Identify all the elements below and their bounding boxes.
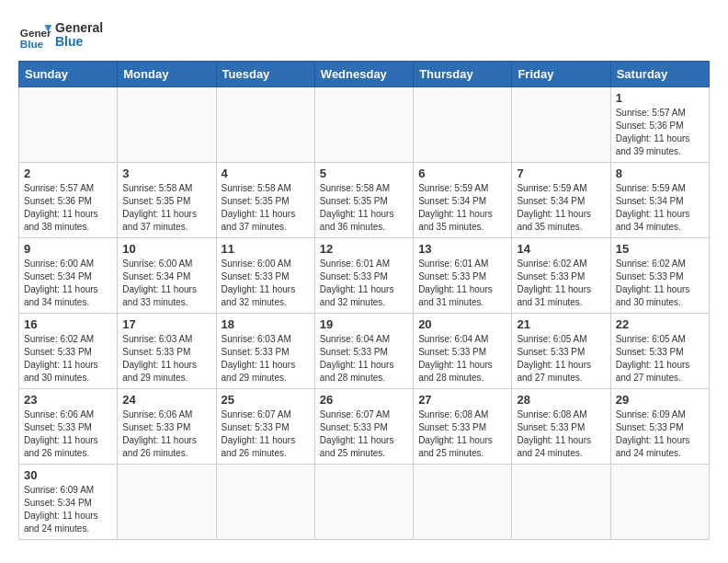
day-number: 20: [418, 317, 506, 331]
calendar-cell: [19, 87, 118, 163]
day-number: 16: [24, 317, 112, 331]
day-number: 21: [517, 317, 605, 331]
calendar-cell: 25Sunrise: 6:07 AM Sunset: 5:33 PM Dayli…: [216, 389, 314, 465]
day-info: Sunrise: 6:00 AM Sunset: 5:34 PM Dayligh…: [122, 258, 210, 309]
calendar-cell: 22Sunrise: 6:05 AM Sunset: 5:33 PM Dayli…: [610, 314, 709, 389]
day-number: 11: [222, 242, 310, 256]
day-number: 24: [122, 393, 210, 407]
day-number: 8: [616, 167, 704, 180]
day-number: 18: [222, 317, 310, 331]
calendar-cell: 19Sunrise: 6:04 AM Sunset: 5:33 PM Dayli…: [314, 314, 413, 389]
calendar-cell: 9Sunrise: 6:00 AM Sunset: 5:34 PM Daylig…: [19, 238, 118, 314]
weekday-header-monday: Monday: [118, 62, 216, 87]
calendar-cell: 7Sunrise: 5:59 AM Sunset: 5:34 PM Daylig…: [512, 163, 610, 238]
day-number: 6: [418, 167, 506, 180]
weekday-header-thursday: Thursday: [414, 62, 512, 87]
day-info: Sunrise: 6:08 AM Sunset: 5:33 PM Dayligh…: [418, 408, 506, 460]
calendar-cell: 28Sunrise: 6:08 AM Sunset: 5:33 PM Dayli…: [512, 389, 610, 465]
day-info: Sunrise: 6:06 AM Sunset: 5:33 PM Dayligh…: [24, 408, 112, 460]
calendar-cell: [314, 87, 413, 163]
calendar-cell: [216, 465, 314, 540]
calendar-cell: 26Sunrise: 6:07 AM Sunset: 5:33 PM Dayli…: [314, 389, 413, 465]
calendar-cell: [512, 87, 610, 163]
day-info: Sunrise: 6:00 AM Sunset: 5:33 PM Dayligh…: [222, 258, 310, 309]
calendar-cell: [512, 465, 610, 540]
day-info: Sunrise: 6:09 AM Sunset: 5:33 PM Dayligh…: [616, 408, 704, 460]
svg-text:Blue: Blue: [20, 38, 44, 50]
logo-general-text: General: [55, 21, 103, 35]
calendar-cell: 24Sunrise: 6:06 AM Sunset: 5:33 PM Dayli…: [118, 389, 216, 465]
calendar-cell: [216, 87, 314, 163]
day-info: Sunrise: 6:09 AM Sunset: 5:34 PM Dayligh…: [24, 484, 112, 535]
calendar-cell: 29Sunrise: 6:09 AM Sunset: 5:33 PM Dayli…: [610, 389, 709, 465]
calendar-week-row: 16Sunrise: 6:02 AM Sunset: 5:33 PM Dayli…: [19, 314, 710, 389]
calendar-cell: 20Sunrise: 6:04 AM Sunset: 5:33 PM Dayli…: [414, 314, 512, 389]
day-info: Sunrise: 5:57 AM Sunset: 5:36 PM Dayligh…: [24, 182, 112, 234]
calendar-cell: 13Sunrise: 6:01 AM Sunset: 5:33 PM Dayli…: [414, 238, 512, 314]
day-number: 19: [320, 317, 408, 331]
calendar-cell: [118, 465, 216, 540]
calendar-cell: 16Sunrise: 6:02 AM Sunset: 5:33 PM Dayli…: [19, 314, 118, 389]
day-info: Sunrise: 6:02 AM Sunset: 5:33 PM Dayligh…: [517, 258, 605, 309]
day-info: Sunrise: 6:03 AM Sunset: 5:33 PM Dayligh…: [122, 333, 210, 385]
day-info: Sunrise: 6:07 AM Sunset: 5:33 PM Dayligh…: [320, 408, 408, 460]
calendar-cell: [314, 465, 413, 540]
day-info: Sunrise: 6:04 AM Sunset: 5:33 PM Dayligh…: [418, 333, 506, 385]
calendar-cell: 23Sunrise: 6:06 AM Sunset: 5:33 PM Dayli…: [19, 389, 118, 465]
calendar-cell: 18Sunrise: 6:03 AM Sunset: 5:33 PM Dayli…: [216, 314, 314, 389]
header: General Blue General Blue: [18, 18, 710, 52]
day-info: Sunrise: 6:05 AM Sunset: 5:33 PM Dayligh…: [517, 333, 605, 385]
day-info: Sunrise: 6:06 AM Sunset: 5:33 PM Dayligh…: [122, 408, 210, 460]
day-number: 15: [616, 242, 704, 256]
day-info: Sunrise: 5:58 AM Sunset: 5:35 PM Dayligh…: [222, 182, 310, 234]
calendar-cell: 30Sunrise: 6:09 AM Sunset: 5:34 PM Dayli…: [19, 465, 118, 540]
day-info: Sunrise: 6:08 AM Sunset: 5:33 PM Dayligh…: [517, 408, 605, 460]
calendar-cell: 21Sunrise: 6:05 AM Sunset: 5:33 PM Dayli…: [512, 314, 610, 389]
day-number: 29: [616, 393, 704, 407]
day-number: 2: [24, 167, 112, 180]
calendar-cell: 1Sunrise: 5:57 AM Sunset: 5:36 PM Daylig…: [610, 87, 709, 163]
day-info: Sunrise: 5:59 AM Sunset: 5:34 PM Dayligh…: [418, 182, 506, 234]
calendar-cell: [414, 87, 512, 163]
day-number: 30: [24, 468, 112, 482]
logo-icon: General Blue: [18, 18, 51, 52]
calendar-cell: [118, 87, 216, 163]
calendar-cell: 2Sunrise: 5:57 AM Sunset: 5:36 PM Daylig…: [19, 163, 118, 238]
calendar-cell: 14Sunrise: 6:02 AM Sunset: 5:33 PM Dayli…: [512, 238, 610, 314]
calendar-cell: 11Sunrise: 6:00 AM Sunset: 5:33 PM Dayli…: [216, 238, 314, 314]
calendar-cell: 12Sunrise: 6:01 AM Sunset: 5:33 PM Dayli…: [314, 238, 413, 314]
day-number: 27: [418, 393, 506, 407]
day-info: Sunrise: 6:00 AM Sunset: 5:34 PM Dayligh…: [24, 258, 112, 309]
calendar-cell: [414, 465, 512, 540]
weekday-header-saturday: Saturday: [610, 62, 709, 87]
calendar-week-row: 23Sunrise: 6:06 AM Sunset: 5:33 PM Dayli…: [19, 389, 710, 465]
day-info: Sunrise: 5:59 AM Sunset: 5:34 PM Dayligh…: [616, 182, 704, 234]
day-info: Sunrise: 6:07 AM Sunset: 5:33 PM Dayligh…: [222, 408, 310, 460]
calendar-week-row: 1Sunrise: 5:57 AM Sunset: 5:36 PM Daylig…: [19, 87, 710, 163]
day-info: Sunrise: 6:01 AM Sunset: 5:33 PM Dayligh…: [418, 258, 506, 309]
calendar-week-row: 2Sunrise: 5:57 AM Sunset: 5:36 PM Daylig…: [19, 163, 710, 238]
calendar-cell: 5Sunrise: 5:58 AM Sunset: 5:35 PM Daylig…: [314, 163, 413, 238]
day-info: Sunrise: 5:57 AM Sunset: 5:36 PM Dayligh…: [616, 107, 704, 158]
day-number: 1: [616, 91, 704, 105]
calendar-cell: 3Sunrise: 5:58 AM Sunset: 5:35 PM Daylig…: [118, 163, 216, 238]
day-number: 25: [222, 393, 310, 407]
day-info: Sunrise: 6:03 AM Sunset: 5:33 PM Dayligh…: [222, 333, 310, 385]
day-number: 12: [320, 242, 408, 256]
day-number: 4: [222, 167, 310, 180]
calendar-cell: 17Sunrise: 6:03 AM Sunset: 5:33 PM Dayli…: [118, 314, 216, 389]
calendar-week-row: 9Sunrise: 6:00 AM Sunset: 5:34 PM Daylig…: [19, 238, 710, 314]
day-info: Sunrise: 6:05 AM Sunset: 5:33 PM Dayligh…: [616, 333, 704, 385]
day-number: 23: [24, 393, 112, 407]
day-number: 5: [320, 167, 408, 180]
logo-blue-text: Blue: [55, 35, 103, 49]
day-info: Sunrise: 6:04 AM Sunset: 5:33 PM Dayligh…: [320, 333, 408, 385]
day-info: Sunrise: 5:59 AM Sunset: 5:34 PM Dayligh…: [517, 182, 605, 234]
weekday-header-sunday: Sunday: [19, 62, 118, 87]
calendar-cell: 10Sunrise: 6:00 AM Sunset: 5:34 PM Dayli…: [118, 238, 216, 314]
day-number: 13: [418, 242, 506, 256]
day-info: Sunrise: 5:58 AM Sunset: 5:35 PM Dayligh…: [320, 182, 408, 234]
weekday-header-row: SundayMondayTuesdayWednesdayThursdayFrid…: [19, 62, 710, 87]
calendar-cell: 8Sunrise: 5:59 AM Sunset: 5:34 PM Daylig…: [610, 163, 709, 238]
day-info: Sunrise: 5:58 AM Sunset: 5:35 PM Dayligh…: [122, 182, 210, 234]
